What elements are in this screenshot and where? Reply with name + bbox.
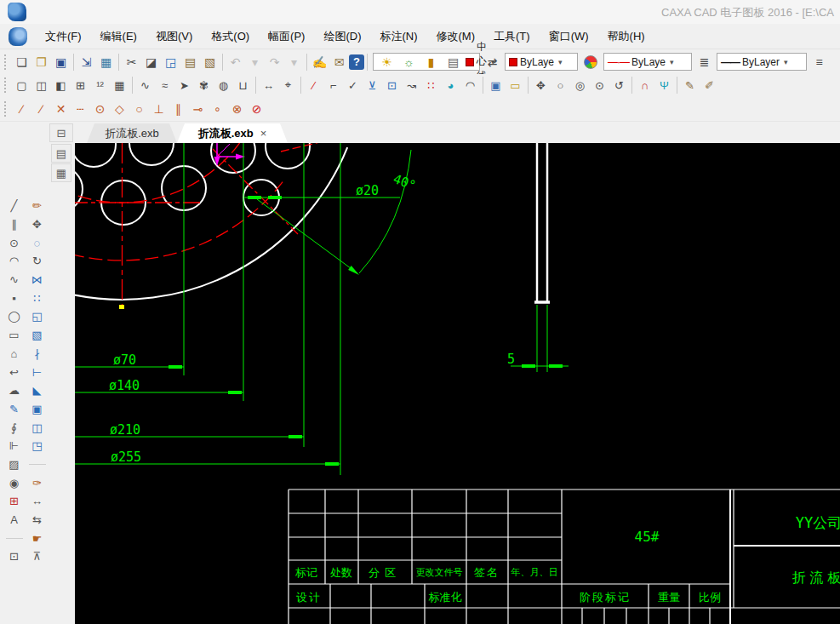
toolbar-grip[interactable]: [4, 101, 8, 117]
dim-linear-icon[interactable]: ↔: [259, 76, 278, 95]
stamp-icon[interactable]: ◉: [5, 474, 24, 491]
color-combo[interactable]: ByLaye ▾: [505, 53, 578, 71]
erase-icon[interactable]: ✏: [28, 198, 47, 215]
frame-edit-icon[interactable]: ◫: [28, 419, 47, 436]
draw-point-icon[interactable]: ▪: [5, 289, 24, 306]
draw-text-icon[interactable]: A: [5, 512, 24, 529]
drawing-canvas[interactable]: ø70 ø140 ø210 ø255 ø20 40° 5: [75, 143, 840, 624]
menu-tools[interactable]: 工具(T): [484, 26, 540, 48]
clean-document-icon[interactable]: ✍: [310, 52, 329, 72]
dimension-lines[interactable]: [75, 143, 569, 475]
title-block-icon[interactable]: ◫: [31, 76, 51, 95]
sketch-pen-icon[interactable]: ✎: [680, 76, 700, 95]
zoom-window-icon[interactable]: ◎: [570, 76, 590, 95]
draw-contour-icon[interactable]: ∮: [5, 419, 24, 436]
layer-visible-bulb-icon[interactable]: ☀: [377, 52, 397, 72]
side-view-plate[interactable]: [534, 143, 550, 302]
linetype-combo[interactable]: —·— ByLaye ▾: [603, 53, 692, 71]
paste-icon[interactable]: ▤: [180, 52, 200, 72]
draw-parallel-icon[interactable]: ∥: [5, 216, 24, 233]
pick-tool-icon[interactable]: ☛: [28, 530, 47, 547]
chamfer-icon[interactable]: ◣: [28, 382, 47, 399]
help-icon[interactable]: ?: [349, 54, 364, 70]
draw-sketch-icon[interactable]: ✎: [5, 400, 24, 417]
table-insert-icon[interactable]: ⊞: [5, 493, 24, 510]
array-icon[interactable]: ∷: [28, 289, 47, 306]
print-icon[interactable]: ▦: [96, 52, 116, 72]
snap-off-icon[interactable]: ⊘: [247, 99, 266, 118]
tab-document-2-active[interactable]: 折流板.exb ×: [177, 123, 288, 143]
linewidth-icon[interactable]: ≣: [694, 52, 714, 72]
paper-edge-icon[interactable]: ◧: [51, 76, 71, 95]
properties-panel-icon[interactable]: ▤: [51, 144, 71, 163]
table-icon[interactable]: ⊞: [71, 76, 90, 95]
menu-file[interactable]: 文件(F): [36, 26, 91, 48]
leader-arrow-icon[interactable]: ➤: [174, 76, 194, 95]
bom-table-icon[interactable]: ▦: [110, 76, 129, 95]
undo-icon[interactable]: ↶: [226, 52, 245, 72]
undo-caret-icon[interactable]: ▾: [245, 52, 265, 72]
draw-line-icon[interactable]: ╱: [5, 198, 24, 215]
menu-window[interactable]: 窗口(W): [540, 26, 598, 48]
layer-combo[interactable]: ☀☼▮▤ 中心线 ▾: [373, 53, 480, 71]
highlight-marker[interactable]: [214, 143, 246, 166]
snap-quadrant-icon[interactable]: ◇: [110, 99, 129, 118]
red-slash-icon[interactable]: ∕: [304, 76, 323, 95]
layer-convert-icon[interactable]: ⇄: [483, 52, 502, 72]
draw-ellipse-icon[interactable]: ◯: [5, 308, 24, 325]
draw-hatch-icon[interactable]: ▨: [5, 455, 24, 472]
cut-icon[interactable]: ✂: [122, 52, 141, 72]
menu-draw[interactable]: 绘图(D): [314, 26, 370, 48]
toolbar-grip[interactable]: [4, 77, 8, 93]
move-icon[interactable]: ✥: [28, 216, 47, 233]
snap-guide-icon[interactable]: Ψ: [654, 76, 674, 95]
stretch-icon[interactable]: ▧: [28, 327, 47, 344]
snap-endpoint-icon[interactable]: ∕: [12, 99, 31, 118]
color-wheel-icon[interactable]: [584, 55, 597, 69]
tolerance-box-icon[interactable]: ⊡: [382, 76, 402, 95]
part-view-icon[interactable]: ⊔: [233, 76, 253, 95]
balloon-icon[interactable]: ◍: [214, 76, 233, 95]
draw-rectangle-icon[interactable]: ▭: [5, 327, 24, 344]
draw-arc-icon[interactable]: ◠: [5, 253, 24, 270]
quadrant-circle-icon[interactable]: ◕: [441, 76, 460, 95]
copy-icon[interactable]: ◪: [141, 52, 161, 72]
zoom-back-icon[interactable]: ↺: [609, 76, 629, 95]
datum-symbol-icon[interactable]: ⊻: [363, 76, 382, 95]
dim-tool-icon[interactable]: ↔: [28, 493, 47, 510]
chain-dim-icon[interactable]: ↝: [402, 76, 421, 95]
break-line-icon[interactable]: ≈: [155, 76, 174, 95]
zoom-icon[interactable]: ○: [551, 76, 570, 95]
scale-icon[interactable]: ◱: [28, 308, 47, 325]
draw-hook-icon[interactable]: ↩: [5, 364, 24, 381]
check-dim-icon[interactable]: ✓: [343, 76, 363, 95]
draw-circle-icon[interactable]: ⊙: [5, 234, 24, 251]
title-block-grid[interactable]: [289, 489, 840, 624]
library-panel-icon[interactable]: ▦: [51, 163, 71, 182]
ole-object-icon[interactable]: ✉: [329, 52, 349, 72]
menu-view[interactable]: 视图(V): [146, 26, 202, 48]
snap-center-icon[interactable]: ⊙: [90, 99, 110, 118]
arc-angle-icon[interactable]: ◠: [460, 76, 480, 95]
dim-chain-icon[interactable]: ⇆: [28, 512, 47, 529]
block-icon[interactable]: ⊡: [5, 548, 24, 565]
screen-icon[interactable]: ▣: [486, 76, 506, 95]
red-marks-icon[interactable]: ∷: [421, 76, 441, 95]
tab-document-1[interactable]: 折流板.exb: [87, 123, 177, 143]
dim-coordinate-icon[interactable]: ⌖: [278, 76, 298, 95]
view-3d-icon[interactable]: ◳: [28, 438, 47, 455]
menu-modify[interactable]: 修改(M): [427, 26, 485, 48]
magnet-icon[interactable]: ∩: [635, 76, 654, 95]
copy-object-icon[interactable]: ◌: [28, 234, 47, 251]
chevron-down-icon[interactable]: ▾: [558, 58, 563, 66]
menu-format[interactable]: 格式(O): [202, 26, 259, 48]
draw-axis-icon[interactable]: ⊩: [5, 438, 24, 455]
linewidth-combo[interactable]: —— ByLayer ▾: [717, 53, 807, 71]
snap-tangent-point-icon[interactable]: ⊗: [227, 99, 247, 118]
crop-box-icon[interactable]: ▣: [28, 400, 47, 417]
serial-number-icon[interactable]: ¹²: [90, 76, 110, 95]
save-file-icon[interactable]: ▣: [51, 52, 71, 72]
paste-special-icon[interactable]: ▧: [200, 52, 220, 72]
wavy-line-icon[interactable]: ∿: [135, 76, 155, 95]
chevron-down-icon[interactable]: ▾: [784, 58, 788, 66]
